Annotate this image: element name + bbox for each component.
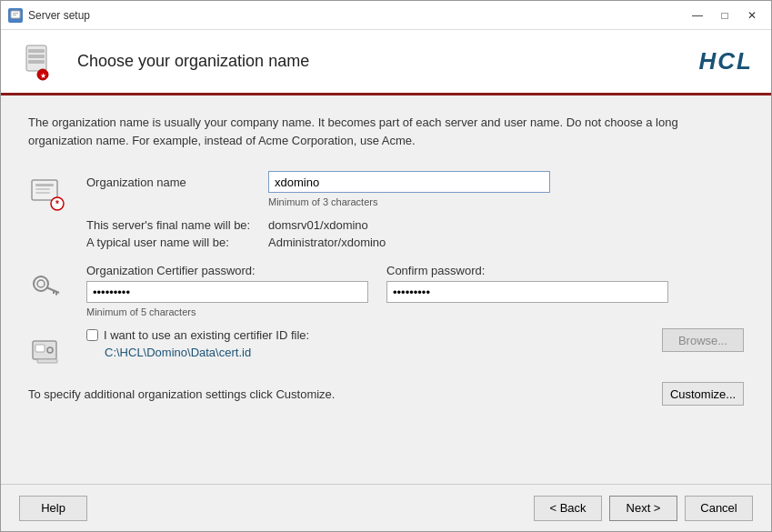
browse-button[interactable]: Browse... — [662, 328, 744, 352]
confirm-password-group: Confirm password: — [386, 264, 668, 303]
minimize-button[interactable]: — — [686, 6, 709, 25]
svg-rect-1 — [13, 13, 18, 14]
header-bar: ★ Choose your organization name HCL — [1, 30, 771, 95]
svg-rect-23 — [37, 359, 57, 363]
confirm-password-label: Confirm password: — [386, 264, 668, 277]
svg-rect-10 — [35, 184, 54, 186]
certifier-checkbox-row: I want to use an existing certifier ID f… — [86, 328, 662, 342]
certifier-section: I want to use an existing certifier ID f… — [28, 328, 744, 371]
cancel-button[interactable]: Cancel — [685, 496, 753, 521]
password-row: Organization Certifier password: Confirm… — [86, 264, 744, 303]
customize-button[interactable]: Customize... — [662, 382, 744, 406]
password-content: Organization Certifier password: Confirm… — [86, 264, 744, 317]
typical-user-value: Administrator/xdomino — [268, 236, 386, 249]
header-title: Choose your organization name — [77, 52, 699, 71]
svg-rect-2 — [13, 15, 16, 15]
footer-right: < Back Next > Cancel — [534, 496, 753, 521]
content-area: The organization name is usually your co… — [1, 95, 771, 484]
org-name-field-group: Organization name — [86, 171, 744, 193]
password-section: Organization Certifier password: Confirm… — [28, 264, 744, 317]
footer-left: Help — [19, 496, 534, 521]
org-name-row: * Organization name Minimum of 3 charact… — [28, 171, 744, 253]
next-button[interactable]: Next > — [609, 496, 677, 521]
svg-rect-12 — [35, 192, 50, 194]
org-name-hint: Minimum of 3 characters — [268, 196, 744, 207]
svg-text:★: ★ — [40, 72, 46, 80]
org-cert-password-group: Organization Certifier password: — [86, 264, 368, 303]
certifier-icon — [28, 328, 72, 371]
org-name-input[interactable] — [268, 171, 550, 193]
org-cert-password-input[interactable] — [86, 281, 368, 303]
svg-rect-5 — [28, 55, 45, 58]
window-title: Server setup — [28, 9, 686, 22]
title-bar: Server setup — □ ✕ — [1, 1, 771, 30]
org-icon: * — [28, 171, 72, 211]
server-final-label: This server's final name will be: — [86, 218, 268, 232]
footer: Help < Back Next > Cancel — [1, 484, 771, 531]
server-final-row: This server's final name will be: domsrv… — [86, 218, 744, 232]
password-icon — [28, 264, 72, 306]
header-icon: ★ — [19, 40, 63, 84]
org-name-label: Organization name — [86, 176, 268, 189]
password-hint: Minimum of 5 characters — [86, 306, 744, 317]
back-button[interactable]: < Back — [534, 496, 602, 521]
svg-rect-11 — [35, 188, 50, 190]
close-button[interactable]: ✕ — [740, 6, 764, 25]
svg-rect-4 — [28, 49, 45, 53]
certifier-content: I want to use an existing certifier ID f… — [86, 328, 662, 359]
customize-row: To specify additional organization setti… — [28, 382, 744, 406]
hcl-logo: HCL — [699, 47, 753, 75]
svg-text:*: * — [55, 199, 59, 209]
main-window: Server setup — □ ✕ ★ Choose your organiz… — [0, 0, 772, 532]
svg-point-15 — [34, 276, 48, 291]
description-text: The organization name is usually your co… — [28, 114, 683, 149]
server-final-value: domsrv01/xdomino — [268, 218, 368, 232]
window-controls: — □ ✕ — [686, 6, 764, 25]
svg-rect-21 — [35, 345, 45, 352]
confirm-password-input[interactable] — [386, 281, 668, 303]
org-cert-password-label: Organization Certifier password: — [86, 264, 368, 277]
help-button[interactable]: Help — [19, 496, 87, 521]
maximize-button[interactable]: □ — [713, 6, 737, 25]
certifier-checkbox[interactable] — [86, 329, 98, 341]
org-name-content: Organization name Minimum of 3 character… — [86, 171, 744, 253]
svg-point-16 — [37, 280, 45, 287]
right-buttons: Browse... — [662, 328, 744, 352]
certifier-checkbox-label[interactable]: I want to use an existing certifier ID f… — [104, 328, 309, 342]
typical-user-row: A typical user name will be: Administrat… — [86, 236, 744, 249]
customize-text: To specify additional organization setti… — [28, 387, 662, 401]
certifier-file-path: C:\HCL\Domino\Data\cert.id — [105, 346, 662, 359]
typical-user-label: A typical user name will be: — [86, 236, 268, 249]
window-icon — [8, 8, 23, 23]
svg-rect-6 — [28, 60, 45, 64]
